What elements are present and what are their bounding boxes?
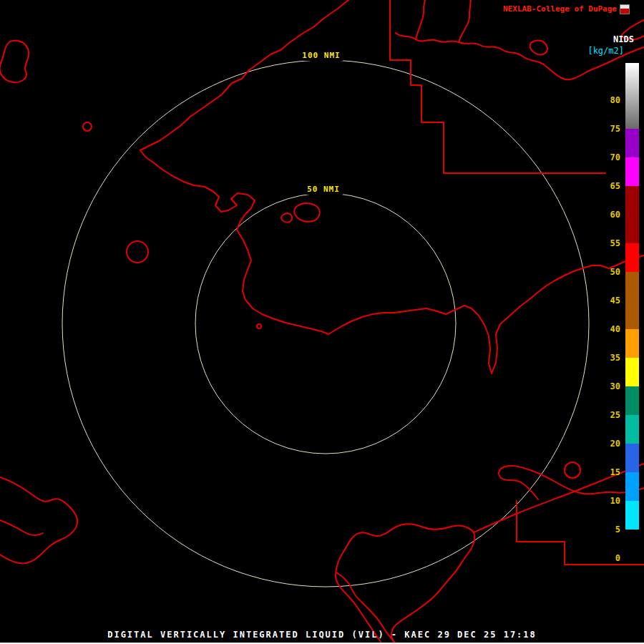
- colorbar-tick: 25: [610, 410, 620, 420]
- island-northwest: [0, 41, 29, 82]
- colorbar-tick: 35: [610, 353, 620, 363]
- colorbar-segment-white-gray-gradient: [625, 63, 639, 129]
- peninsula-south-east: [391, 532, 474, 644]
- colorbar-tick: 5: [615, 525, 620, 535]
- colorbar-title: NIDS: [613, 34, 634, 44]
- colorbar-tick: 0: [615, 553, 620, 563]
- colorbar-tick: 20: [610, 439, 620, 449]
- colorbar-segment-purple: [625, 129, 639, 157]
- colorbar-bar: [625, 63, 639, 558]
- lake-center-a: [294, 203, 319, 222]
- colorbar-segment-azure: [625, 472, 639, 501]
- product-caption: DIGITAL VERTICALLY INTEGRATED LIQUID (VI…: [0, 630, 644, 640]
- coastline-southwest: [0, 477, 77, 563]
- colorbar-tick: 10: [610, 496, 620, 506]
- colorbar-segment-orange: [625, 329, 639, 358]
- colorbar-segment-yellow: [625, 358, 639, 386]
- lake-center-b: [281, 213, 292, 222]
- range-ring-label-50: 50 NMI: [304, 184, 343, 195]
- peninsula-south-west: [336, 524, 474, 644]
- nexlab-logo-icon: [620, 4, 630, 14]
- colorbar-segment-magenta: [625, 157, 639, 186]
- island-northeast: [530, 41, 547, 55]
- colorbar-segment-blue: [625, 444, 639, 472]
- colorbar-segment-red: [625, 243, 639, 272]
- range-ring-label-100: 100 NMI: [299, 50, 343, 61]
- islet-northwest: [83, 122, 92, 131]
- island-west: [127, 241, 148, 263]
- colorbar-segment-black: [625, 530, 639, 558]
- boundary-northeast: [390, 0, 605, 173]
- colorbar-units: [kg/m2]: [587, 46, 624, 56]
- colorbar-tick: 45: [610, 296, 620, 306]
- colorbar-segment-teal: [625, 415, 639, 444]
- islet-center: [257, 324, 261, 328]
- coastline-southwest-inner: [0, 520, 43, 535]
- colorbar-tick: 40: [610, 324, 620, 334]
- coastline-main: [140, 0, 644, 374]
- colorbar-segment-dark-red: [625, 186, 639, 243]
- coastline-ne-branch-2: [459, 0, 471, 42]
- colorbar-tick: 65: [610, 181, 620, 191]
- colorbar-tick: 80: [610, 95, 620, 105]
- colorbar-tick: 30: [610, 381, 620, 391]
- coastline-ne-branch-1: [416, 0, 425, 39]
- colorbar-tick: 55: [610, 238, 620, 248]
- colorbar-segment-sea-green: [625, 386, 639, 415]
- colorbar-segment-cyan: [625, 501, 639, 530]
- colorbar-tick: 50: [610, 267, 620, 277]
- colorbar-segment-brown-orange: [625, 272, 639, 329]
- map-outline-layer: [0, 0, 644, 644]
- colorbar: 80757065605550454035302520151050: [577, 63, 644, 558]
- colorbar-tick: 60: [610, 210, 620, 220]
- brand-text: NEXLAB-College of DuPage: [503, 4, 617, 14]
- colorbar-tick: 15: [610, 467, 620, 477]
- colorbar-tick: 70: [610, 152, 620, 162]
- colorbar-tick: 75: [610, 124, 620, 134]
